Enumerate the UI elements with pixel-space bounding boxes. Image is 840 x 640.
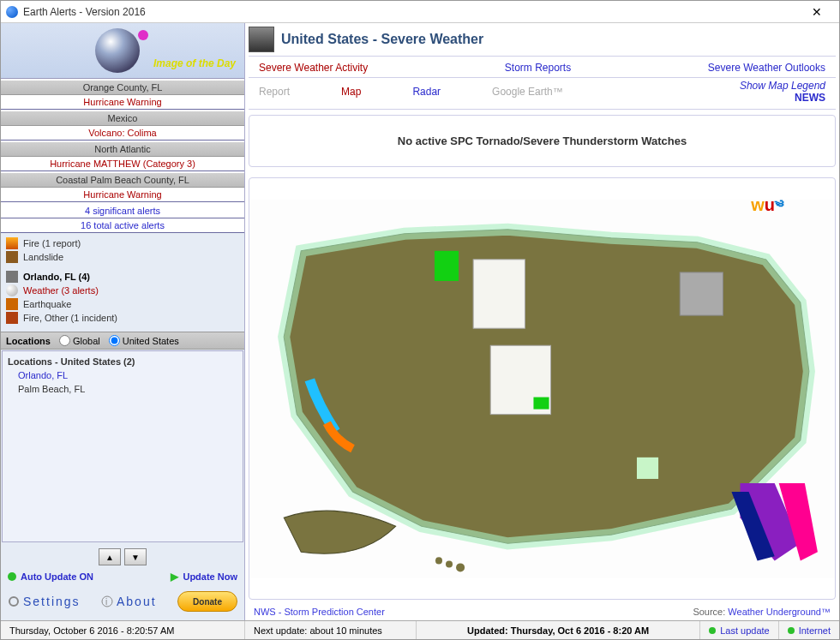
list-item[interactable]: Landslide: [4, 250, 241, 264]
status-ok-icon: [788, 627, 795, 634]
primary-tabs: Severe Weather Activity Storm Reports Se…: [249, 57, 836, 78]
tab-severe-outlooks[interactable]: Severe Weather Outlooks: [708, 62, 825, 74]
source-row: NWS - Storm Prediction Center Source: We…: [249, 605, 836, 619]
alert-message: Hurricane Warning: [1, 188, 244, 202]
info-icon: i: [101, 595, 113, 607]
svg-rect-7: [435, 251, 459, 281]
list-item[interactable]: Orlando, FL: [8, 368, 237, 382]
total-alerts[interactable]: 16 total active alerts: [1, 218, 244, 233]
list-item-label: Earthquake: [23, 299, 71, 309]
tab-severe-activity[interactable]: Severe Weather Activity: [259, 62, 368, 74]
close-button[interactable]: ✕: [800, 5, 834, 19]
statusbar: Thursday, October 6 2016 - 8:20:57 AM Ne…: [1, 620, 839, 639]
auto-update-toggle[interactable]: Auto Update ON: [8, 571, 93, 582]
list-item-label: Fire (1 report): [23, 238, 81, 248]
image-of-day-label: Image of the Day: [153, 57, 236, 69]
list-item-label: Weather (3 alerts): [23, 285, 99, 296]
image-of-day-panel[interactable]: Image of the Day: [1, 23, 244, 79]
status-updated: Updated: Thursday, Oct 6 2016 - 8:20 AM: [417, 621, 700, 639]
svg-rect-9: [637, 458, 658, 479]
show-legend-link[interactable]: Show Map Legend: [740, 80, 825, 92]
donate-button[interactable]: Donate: [177, 591, 237, 612]
globe-icon: [95, 28, 140, 73]
alert-message: Volcano: Colima: [1, 126, 244, 141]
titlebar: Earth Alerts - Version 2016 ✕: [1, 1, 839, 23]
list-item[interactable]: Weather (3 alerts): [4, 284, 241, 297]
source-label: Source: Weather Underground™: [693, 607, 831, 617]
alert-block[interactable]: Orange County, FL Hurricane Warning: [1, 79, 244, 110]
alert-stack: Orange County, FL Hurricane Warning Mexi…: [1, 79, 244, 233]
locations-filter-bar: Locations Global United States: [1, 332, 244, 350]
alert-location: North Atlantic: [1, 142, 244, 157]
page-title: United States - Severe Weather: [281, 32, 483, 47]
locations-list: Locations - United States (2) Orlando, F…: [2, 350, 243, 542]
window-title: Earth Alerts - Version 2016: [23, 6, 800, 18]
alert-block[interactable]: North Atlantic Hurricane MATTHEW (Catego…: [1, 141, 244, 171]
nav-up-button[interactable]: ▲: [99, 548, 121, 565]
tab-storm-reports[interactable]: Storm Reports: [505, 62, 571, 74]
list-item-label: Landslide: [23, 252, 63, 262]
radio-global[interactable]: Global: [59, 335, 100, 346]
settings-link[interactable]: Settings: [8, 595, 81, 608]
status-datetime: Thursday, October 6 2016 - 8:20:57 AM: [1, 621, 245, 639]
list-item-label: Fire, Other (1 incident): [23, 313, 117, 323]
status-next-update: Next update: about 10 minutes: [245, 621, 417, 639]
svg-point-10: [435, 557, 442, 564]
alert-location: Orange County, FL: [1, 81, 244, 95]
secondary-tabs: Report Map Radar Google Earth™ Show Map …: [249, 78, 836, 110]
status-internet: Internet: [779, 621, 839, 639]
status-last-update: Last update: [700, 621, 779, 639]
list-item[interactable]: Fire (1 report): [4, 236, 241, 250]
main-header: United States - Severe Weather: [249, 27, 836, 57]
subtab-radar[interactable]: Radar: [412, 86, 441, 98]
news-link[interactable]: NEWS: [740, 92, 825, 104]
fire-icon: [6, 312, 18, 324]
sidebar: Image of the Day Orange County, FL Hurri…: [1, 23, 245, 620]
update-now-button[interactable]: Update Now: [171, 571, 237, 583]
about-link[interactable]: i About: [101, 595, 157, 608]
notification-dot-icon: [138, 30, 148, 40]
location-heading-label: Orlando, FL (4): [23, 272, 90, 282]
us-map: [249, 178, 835, 599]
location-heading[interactable]: Orlando, FL (4): [4, 264, 241, 284]
locations-list-header: Locations - United States (2): [8, 355, 237, 368]
radio-us[interactable]: United States: [109, 335, 179, 346]
svg-text:i: i: [105, 597, 109, 607]
earthquake-icon: [6, 298, 18, 310]
wu-link[interactable]: Weather Underground™: [728, 607, 831, 617]
fire-icon: [6, 237, 18, 249]
svg-point-11: [446, 560, 453, 567]
weather-underground-logo: wu༄: [751, 195, 783, 215]
status-ok-icon: [709, 627, 716, 634]
alert-location: Mexico: [1, 111, 244, 126]
list-item[interactable]: Fire, Other (1 incident): [4, 311, 241, 325]
alert-block[interactable]: Coastal Palm Beach County, FL Hurricane …: [1, 171, 244, 202]
weather-icon: [6, 284, 18, 296]
tornado-icon: [249, 27, 274, 52]
subtab-map[interactable]: Map: [341, 86, 361, 98]
app-icon: [6, 6, 18, 18]
svg-rect-4: [473, 260, 525, 328]
svg-rect-6: [680, 272, 723, 315]
landslide-icon: [6, 251, 18, 263]
list-item[interactable]: Palm Beach, FL: [8, 382, 237, 396]
alert-block[interactable]: Mexico Volcano: Colima: [1, 110, 244, 141]
subtab-google-earth[interactable]: Google Earth™: [492, 86, 563, 98]
svg-rect-8: [533, 398, 549, 410]
gear-icon: [8, 595, 20, 607]
nav-down-button[interactable]: ▼: [124, 548, 147, 565]
map-panel[interactable]: wu༄: [249, 177, 836, 600]
main-content: United States - Severe Weather Severe We…: [245, 23, 839, 620]
svg-point-0: [9, 597, 18, 606]
watch-status-text: No active SPC Tornado/Severe Thunderstor…: [398, 135, 687, 147]
significant-alerts[interactable]: 4 significant alerts: [1, 204, 244, 218]
locations-label: Locations: [6, 336, 51, 346]
sidebar-controls: ▲ ▼ Auto Update ON Update Now Settings i…: [1, 543, 244, 620]
alert-location: Coastal Palm Beach County, FL: [1, 173, 244, 188]
subtab-report[interactable]: Report: [259, 86, 290, 98]
list-item[interactable]: Earthquake: [4, 297, 241, 311]
nws-link[interactable]: NWS - Storm Prediction Center: [254, 607, 385, 617]
report-list: Fire (1 report) Landslide Orlando, FL (4…: [1, 233, 244, 332]
alert-message: Hurricane Warning: [1, 95, 244, 110]
alert-summary: 4 significant alerts 16 total active ale…: [1, 202, 244, 233]
